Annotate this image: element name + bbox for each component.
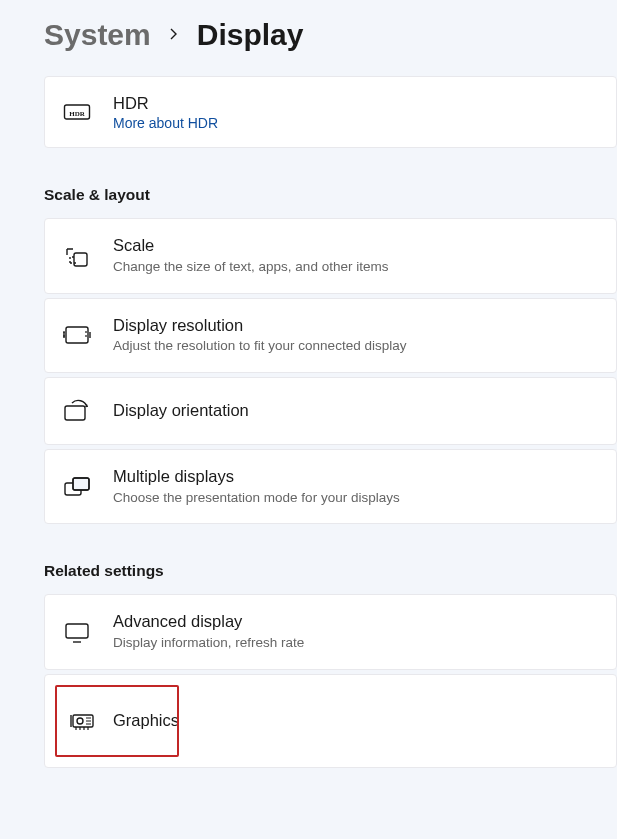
scale-icon	[63, 242, 91, 270]
advanced-display-sub: Display information, refresh rate	[113, 634, 598, 653]
svg-rect-3	[66, 327, 88, 343]
svg-rect-8	[66, 624, 88, 638]
graphics-title: Graphics	[113, 710, 179, 731]
resolution-card[interactable]: Display resolution Adjust the resolution…	[44, 298, 617, 373]
svg-rect-4	[65, 406, 85, 420]
multiple-displays-title: Multiple displays	[113, 466, 598, 487]
advanced-display-card[interactable]: Advanced display Display information, re…	[44, 594, 617, 669]
breadcrumb-current: Display	[197, 18, 304, 52]
orientation-icon	[63, 397, 91, 425]
orientation-title: Display orientation	[113, 400, 598, 421]
scale-sub: Change the size of text, apps, and other…	[113, 258, 598, 277]
advanced-display-title: Advanced display	[113, 611, 598, 632]
hdr-card[interactable]: HDR HDR More about HDR	[44, 76, 617, 148]
resolution-icon	[63, 321, 91, 349]
chevron-right-icon	[169, 25, 179, 46]
graphics-icon	[69, 707, 97, 735]
svg-rect-6	[73, 478, 89, 490]
breadcrumb: System Display	[44, 0, 617, 76]
monitor-icon	[63, 618, 91, 646]
scale-card[interactable]: Scale Change the size of text, apps, and…	[44, 218, 617, 293]
graphics-card[interactable]: Graphics	[55, 685, 179, 757]
orientation-card[interactable]: Display orientation	[44, 377, 617, 445]
breadcrumb-parent[interactable]: System	[44, 18, 151, 52]
svg-rect-2	[74, 253, 87, 266]
section-scale-title: Scale & layout	[44, 186, 617, 204]
multiple-displays-icon	[63, 473, 91, 501]
hdr-title: HDR	[113, 93, 598, 114]
section-related-title: Related settings	[44, 562, 617, 580]
svg-text:HDR: HDR	[69, 110, 86, 118]
multiple-displays-sub: Choose the presentation mode for your di…	[113, 489, 598, 508]
resolution-title: Display resolution	[113, 315, 598, 336]
hdr-icon: HDR	[63, 98, 91, 126]
scale-title: Scale	[113, 235, 598, 256]
svg-point-10	[77, 718, 83, 724]
hdr-link[interactable]: More about HDR	[113, 115, 598, 131]
resolution-sub: Adjust the resolution to fit your connec…	[113, 337, 598, 356]
multiple-displays-card[interactable]: Multiple displays Choose the presentatio…	[44, 449, 617, 524]
